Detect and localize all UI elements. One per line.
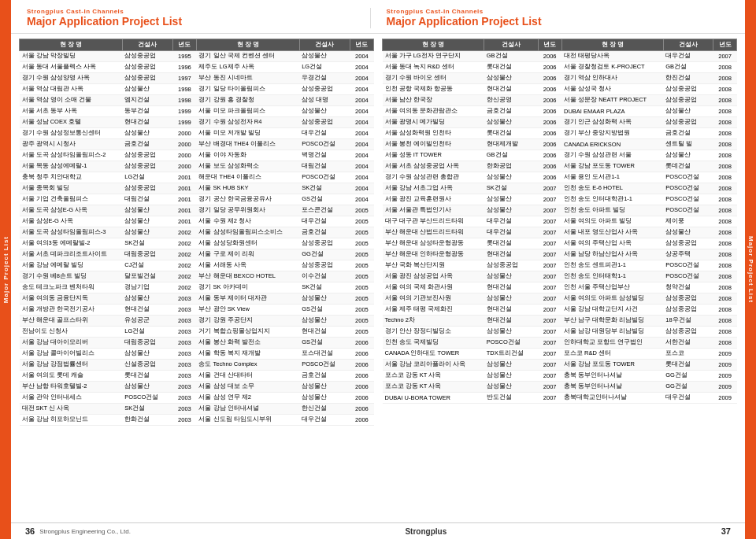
right-table: 현 장 명 건설사 년도 현 장 명 건설사 년도 서울 가구 LG전자 연구단… <box>382 39 737 404</box>
table-row: 서울 강남 대아이모리버대림중공업2003서울 봉산 화력 발전소GS건설200… <box>20 337 374 348</box>
table-row: 부산 국화 복산단지원삼성중공업2007인천 송도 센트피관1-1POSCO건설… <box>383 260 737 271</box>
table-row: CANADA 인하대도 TOWERTDX트리건설2007포스코 R&D 센터포스… <box>383 348 737 359</box>
table-row: 부산 해운대 인하타운형광동현대건설2007서울 남당 하남산업사 사옥상공주택… <box>383 249 737 260</box>
table-row: 서울 종목회 빌딩삼성중공업2001서울 SK HUB SKYSK건설2004 <box>20 183 374 194</box>
table-row: 서울 강남 강점법률센터신설중공업2003송도 Techno ComplexPO… <box>20 359 374 370</box>
col-header-builder2: 건설사 <box>299 39 350 50</box>
table-row: 서울 강남 히포하모닌드한화건설2003서울 신도림 타임도시부위대우건설200… <box>20 414 374 425</box>
footer-left: 36 Strongplus Engineering Co., Ltd. <box>25 526 131 536</box>
table-row: 대전 SKT 신 사옥SK건설2003서울 강남 인터내셔널한신건설2006 <box>20 403 374 414</box>
table-row: 서울 여의3동 에메랄빌-2SK건설2002서울 삼성당화원센터삼성중공업200… <box>20 238 374 249</box>
table-row: 서울 여의 기관보진사원삼성물산2007서울 여의도 아파트 삼성빌딩삼성중공업… <box>383 293 737 304</box>
col-header-year2: 년도 <box>350 39 373 50</box>
table-row: 서울 봉천 에이빌인천타현대제개발2006CANADA ERICKSON센트틸 … <box>383 138 737 150</box>
table-row: 서울 삼성E-G 사옥삼성물산2001서울 수원 제2 청사대우건설2005 <box>20 216 374 227</box>
table-row: 서울 성동 IT TOWERGB건설2006경기 수원 삼성관련 서울삼성물산2… <box>383 150 737 161</box>
table-row: 서울 광진 교육훈련원사삼성물산2007인천 송도 인터대학관1-1POSCO건… <box>383 194 737 205</box>
table-row: 서울 도곡 삼성타임올림피스-2삼성중공업2000서울 이야 자동화벽명건설20… <box>20 150 374 161</box>
col-header-builder1: 건설사 <box>122 39 172 50</box>
table-row: 서울 강남 막장빌딩삼성중공업1995경기 일산 국제 컨벤션 센터삼성물산20… <box>20 50 374 61</box>
table-row: 부산 해운대 산법드리드타워대우건설2007서울 내포 영도산업사 사옥삼성물산… <box>383 227 737 238</box>
table-row: 서울 남산 한국장한신공영2006서울 성문장 NEATT PROJECT삼성중… <box>383 94 737 105</box>
header: Strongplus Cast-In Channels Major Applic… <box>11 0 745 34</box>
table-row: 충북 청주 치안대학교LG건설2001해운대 THE4 이폴리스POSCO건설2… <box>20 172 374 183</box>
col-header-name1: 현 장 명 <box>20 39 123 50</box>
table-row: DUBAI U-BORA TOWER반도건설2007충북대학교인터나셔날대우건설… <box>383 392 737 403</box>
table-row: 인천 송도 국제빌딩POSCO건설2007인하대학교 포항드 연구법인서한건설2… <box>383 337 737 348</box>
table-row: 서울 여의도 롯데 캐슬롯대건설2003서울 건대 산대타터금호건설2006 <box>20 370 374 381</box>
col-header-rname1: 현 장 명 <box>383 39 484 50</box>
header-subtitle-left: Strongplus Cast-In Channels <box>27 8 370 15</box>
side-tab-left: Major Project List <box>0 0 11 539</box>
header-title-right: Major Application Project List <box>387 15 730 28</box>
header-title-left: Major Application Project List <box>27 15 370 28</box>
table-row: 전남이도 신청사LG건설2003거기 복합쇼핑몰상업지지현대건설2005 <box>20 326 374 337</box>
col-header-name2: 현 장 명 <box>196 39 299 50</box>
table-row: 송도 테크노파크 벤처타워경남기업2002경기 SK 아카데미SK건설2005 <box>20 282 374 293</box>
table-row: 서울 여의동 문화관람관소금호건설2006DUBAI EMAAR PLAZA삼성… <box>383 105 737 116</box>
header-subtitle-right: Strongplus Cast-In Channels <box>387 8 730 15</box>
table-row: 서울 도곡 삼성E-G 사옥삼성물산2001경기 일당 공무위원회사포스콘건설2… <box>20 205 374 216</box>
table-row: 서울 기업 건축올림피스대림건설2001경기 공산 한국금융공유사GS건설200… <box>20 194 374 205</box>
col-header-year1: 년도 <box>172 39 196 50</box>
header-right: Strongplus Cast-In Channels Major Applic… <box>370 8 730 28</box>
table-row: 경기 수원 바이오 센터삼성물산2006경기 역삼 인하대사한진건설2008 <box>383 72 737 83</box>
side-tab-right: Major Project List <box>745 0 756 539</box>
table-row: 서울 도곡 삼성타임올림피스-3삼성물산2002서울 삼성타임올림피스소비스금호… <box>20 227 374 238</box>
table-row: 서울 성남 COEX 호텔현대건설1999경기 수원 삼성전자 R4삼성중공업2… <box>20 116 374 127</box>
table-row: 경기 수원 삼성관련 총합관삼성물산2006서울 용인 도서관1-1POSCO건… <box>383 172 737 183</box>
page-number-left: 36 <box>25 526 35 536</box>
table-row: 서울 여의동 금융단지독삼성물산2003서울 동부 제이터 대자관삼성물산200… <box>20 293 374 304</box>
table-row: 서울 강남 서초그업 사옥SK건설2007인천 송도 E-6 HOTELPOSC… <box>383 183 737 194</box>
table-row: 대구 대구관 부산드리드타워대우건설2007서울 여의도 아파트 빌딩제이풍20… <box>383 216 737 227</box>
table-row: 부산 해운대 삼성타운형광동롯대건설2007서울 여의 주택산업 사옥삼성중공업… <box>383 238 737 249</box>
table-row: 서울 서초 삼성중공업 사옥한화공업2006서울 강남 포도동 TOWER롯데건… <box>383 161 737 172</box>
table-row: 서울 개방관 한국전기공사현대건설2003부산 광안 SK ViewGS건설20… <box>20 304 374 315</box>
table-row: 경기 수원 삼성양영 사옥삼성중공업1997부산 동진 시네마트우경건설2004 <box>20 72 374 83</box>
content-panels: 현 장 명 건설사 년도 현 장 명 건설사 년도 서울 강남 막장빌딩삼성중공… <box>11 34 745 522</box>
table-row: 서울 동대 서울플렉스 사옥삼성중공업1996제주도 LG제주 사옥LG건설20… <box>20 61 374 72</box>
col-header-rname2: 현 장 명 <box>561 39 663 50</box>
table-row: 부산 남항 타워호텔빌-2삼성물산2003서울 삼성 대보 소무삼성물산2006 <box>20 381 374 392</box>
table-row: 서울 여의 국제 화관사원현대건설2007인천 서울 주택산업부산청약건설200… <box>383 282 737 293</box>
table-row: 서울 서초 데파크리조트사이트대림중공업2002서울 구로 제이 리워GG건설2… <box>20 249 374 260</box>
page-number-right: 37 <box>721 526 731 536</box>
table-row: 서울 동대 녹지 R&D 센터롯대건설2006서울 경찰청검토 K-PROJEC… <box>383 61 737 72</box>
table-row: 서울 광명시 메가빌딩삼성물산2006경기 인근 삼성화력 사옥삼성중공업200… <box>383 116 737 127</box>
company-name: Strongplus Engineering Co., Ltd. <box>39 528 131 535</box>
table-row: 인천 공항 국제화 항공동현대건설2006서울 삼성국 청사삼성중공업2008 <box>383 83 737 94</box>
footer: 36 Strongplus Engineering Co., Ltd. Stro… <box>11 522 745 539</box>
col-header-ryear1: 년도 <box>538 39 561 50</box>
table-row: 서울 역삼 대림관 사옥삼성물산1998경기 일당 타이올림피스삼성중공업200… <box>20 83 374 94</box>
table-row: 서울 강남 코리아플라이 사옥삼성물산2007서울 강남 포도동 TOWER롯대… <box>383 359 737 370</box>
brand-name: Strongplus <box>405 527 447 536</box>
table-row: 서울 서초 동부 사옥동부건설1999서울 미모 파크올림피스삼성물산2004 <box>20 105 374 116</box>
table-row: 경기 안산 장정디빌딩소삼성물산2007서울 남강 대원당부 리남빌딩삼성중공업… <box>383 326 737 337</box>
left-table: 현 장 명 건설사 년도 현 장 명 건설사 년도 서울 강남 막장빌딩삼성중공… <box>19 39 374 426</box>
right-panel: 현 장 명 건설사 년도 현 장 명 건설사 년도 서울 가구 LG전자 연구단… <box>382 39 737 518</box>
table-row: 서울 광진 삼성공업 사옥삼성물산2007인천 송도 인터태학1-1POSCO건… <box>383 271 737 282</box>
table-row: 서울 역삼 영이 소매 건물엠지건설1998경기 강원 흥 경찰청삼성 대명20… <box>20 94 374 105</box>
footer-brand: Strongplus <box>405 527 447 536</box>
left-panel: 현 장 명 건설사 년도 현 장 명 건설사 년도 서울 강남 막장빌딩삼성중공… <box>19 39 374 518</box>
col-header-ryear2: 년도 <box>713 39 737 50</box>
table-row: 경기 수원 베8손트 빌딩달포빌건설2002부산 해운대 BEXCO HOTEL… <box>20 271 374 282</box>
table-row: 서울 목동 삼성에메랄-1삼성중공업2000서울 보도 삼성화력소대림건설200… <box>20 161 374 172</box>
table-row: 서울 강남 콜마이어빌리스삼성물산2003서울 학동 복지 재개발포스대건설20… <box>20 348 374 359</box>
col-header-rbuilder1: 건설사 <box>484 39 539 50</box>
table-row: 서울 제주 태평 국제화진현대건설2007서울 강남 대학교단지 사건삼성중공업… <box>383 304 737 315</box>
table-header-row: 현 장 명 건설사 년도 현 장 명 건설사 년도 <box>20 39 374 50</box>
table-row: 서울 서울관 특법인기사삼성물산2007인천 송도 아파트 빌딩POSCO건설2… <box>383 205 737 216</box>
table-row: 광주 광역시 시청사금호건설2000부산 배경대 THE4 이폴리스POSCO건… <box>20 138 374 150</box>
table-row: 경기 수원 삼성정보통신센터삼성물산2000서울 미모 저개발 빌딩대우건설20… <box>20 127 374 138</box>
table-row: 서울 삼성화력원 인천타롯대건설2006경기 부산 중앙지방법원금호건설2008 <box>383 127 737 138</box>
table-row: 서울 관악 인터내세스POSCO건설2003서울 삼성 연무 제2삼성물산200… <box>20 392 374 403</box>
table-row: 포스코 강동 KT 사옥삼성물산2007충북 동부인터나셔날GG건설2009 <box>383 370 737 381</box>
table-row: Techno 2차현대건설2007부산 남구 대학문화 리남빌딩18우건설200… <box>383 315 737 326</box>
table-header-row-right: 현 장 명 건설사 년도 현 장 명 건설사 년도 <box>383 39 737 50</box>
header-left: Strongplus Cast-In Channels Major Applic… <box>27 8 370 28</box>
table-row: 서울 가구 LG전자 연구단지GB건설2006대전 태평당사옥대우건설2007 <box>383 50 737 61</box>
col-header-rbuilder2: 건설사 <box>663 39 713 50</box>
table-row: 포스코 강동 KT 사옥삼성물산2007충북 동부인터나셔날GG건설2009 <box>383 381 737 392</box>
table-row: 부산 해운대 골프스타위유성공군2003경기 강원 주공단지삼성물산2005 <box>20 315 374 326</box>
